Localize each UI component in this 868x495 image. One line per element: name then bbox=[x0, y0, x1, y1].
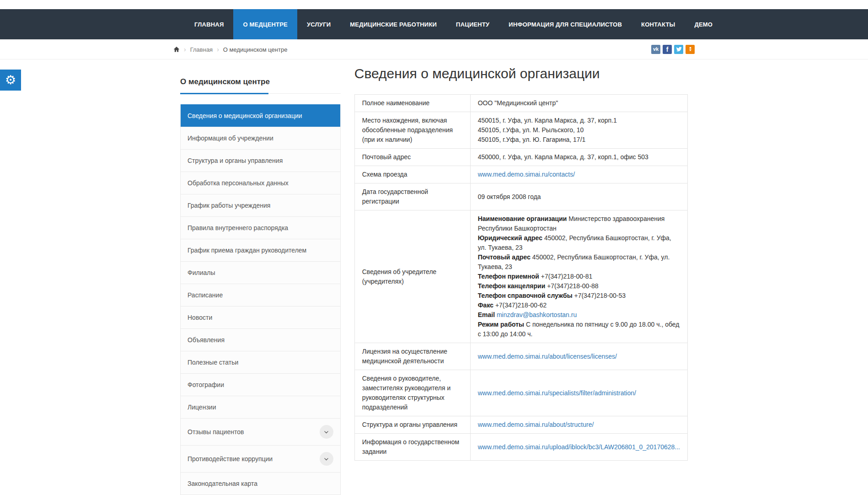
sidebar-item-label: Новости bbox=[188, 314, 212, 321]
sidebar-item-label: Лицензии bbox=[188, 404, 216, 411]
nav-item[interactable]: О МЕДЦЕНТРЕ bbox=[233, 9, 297, 39]
settings-button[interactable]: ⚙ bbox=[0, 70, 21, 91]
nav-item[interactable]: ДЕМО bbox=[685, 9, 722, 39]
breadcrumb-link[interactable]: Главная bbox=[190, 46, 213, 53]
vk-social-button[interactable]: vk bbox=[651, 45, 660, 54]
home-icon[interactable] bbox=[173, 46, 180, 53]
breadcrumb-current: О медицинском центре bbox=[223, 46, 288, 53]
value-line: 450015, г. Уфа, ул. Карла Маркса, д. 37,… bbox=[478, 116, 680, 125]
row-label: Дата государственной регистрации bbox=[354, 183, 470, 210]
row-label: Почтовый адрес bbox=[354, 149, 470, 166]
sidebar-item[interactable]: Противодействие коррупции bbox=[181, 445, 340, 472]
value-line: 450105, г.Уфа, ул. Ю. Гагарина, 17/1 bbox=[478, 135, 680, 145]
sidebar-item-label: Отзывы пациентов bbox=[188, 428, 244, 436]
value-link[interactable]: www.med.demo.simai.ru/upload/iblock/bc3/… bbox=[478, 443, 680, 451]
nav-item[interactable]: КОНТАКТЫ bbox=[632, 9, 685, 39]
labeled-value: Email minzdrav@bashkortostan.ru bbox=[478, 310, 680, 320]
sidebar-item[interactable]: График работы учреждения bbox=[181, 194, 340, 216]
email-link[interactable]: minzdrav@bashkortostan.ru bbox=[497, 311, 577, 318]
labeled-value: Телефон справочной службы +7(347)218-00-… bbox=[478, 291, 680, 301]
sidebar: О медицинском центре Сведения о медицинс… bbox=[173, 59, 348, 495]
breadcrumb-bar: ›Главная›О медицинском центре vkf bbox=[0, 39, 868, 59]
sidebar-item[interactable]: Правила внутреннего распорядка bbox=[181, 216, 340, 239]
row-value: ООО "Медицинский центр" bbox=[470, 95, 687, 112]
value-line: ООО "Медицинский центр" bbox=[478, 98, 680, 108]
sidebar-item[interactable]: Фотографии bbox=[181, 373, 340, 396]
sidebar-item-label: Филиалы bbox=[188, 269, 215, 276]
sidebar-item[interactable]: Сведения о медицинской организации bbox=[181, 104, 340, 127]
sidebar-item[interactable]: Структура и органы управления bbox=[181, 149, 340, 172]
labeled-value: Телефон приемной +7(347)218-00-81 bbox=[478, 272, 680, 281]
sidebar-item-label: График приема граждан руководителем bbox=[188, 247, 306, 254]
chevron-down-icon bbox=[323, 456, 329, 462]
labeled-value: Почтовый адрес 450002, Республика Башкор… bbox=[478, 253, 680, 272]
table-row: Сведения об учредителе (учредителях)Наим… bbox=[354, 210, 687, 343]
table-row: Информация о государственном заданииwww.… bbox=[354, 434, 687, 461]
nav-item[interactable]: УСЛУГИ bbox=[297, 9, 340, 39]
nav-item[interactable]: ГЛАВНАЯ bbox=[185, 9, 233, 39]
table-row: Лицензия на осуществление медицинской де… bbox=[354, 343, 687, 370]
organization-info-table: Полное наименованиеООО "Медицинский цент… bbox=[354, 94, 688, 461]
value-line: 450105, г.Уфа, ул. М. Рыльского, 10 bbox=[478, 125, 680, 135]
sidebar-item[interactable]: Обработка персональных данных bbox=[181, 172, 340, 194]
breadcrumb-separator: › bbox=[217, 46, 219, 53]
sidebar-item[interactable]: Полезные статьи bbox=[181, 351, 340, 373]
odnoklassniki-icon bbox=[687, 46, 693, 52]
sidebar-title: О медицинском центре bbox=[180, 77, 341, 94]
sidebar-item[interactable]: Отзывы пациентов bbox=[181, 418, 340, 445]
value-link[interactable]: www.med.demo.simai.ru/about/structure/ bbox=[478, 421, 594, 428]
labeled-value: Факс +7(347)218-00-62 bbox=[478, 301, 680, 310]
expand-toggle[interactable] bbox=[320, 425, 333, 439]
sidebar-item-label: Структура и органы управления bbox=[188, 157, 283, 164]
row-value: www.med.demo.simai.ru/contacts/ bbox=[470, 166, 687, 183]
row-label: Информация о государственном задании bbox=[354, 434, 470, 461]
sidebar-item[interactable]: Новости bbox=[181, 306, 340, 328]
value-link[interactable]: www.med.demo.simai.ru/about/licenses/lic… bbox=[478, 353, 617, 360]
sidebar-item-label: Сведения о медицинской организации bbox=[188, 112, 302, 119]
table-row: Место нахождения, включая обособленные п… bbox=[354, 112, 687, 149]
facebook-social-button[interactable]: f bbox=[663, 45, 672, 54]
expand-toggle[interactable] bbox=[320, 452, 333, 466]
nav-item[interactable]: ИНФОРМАЦИЯ ДЛЯ СПЕЦИАЛИСТОВ bbox=[499, 9, 632, 39]
sidebar-item[interactable]: Законодательная карта bbox=[181, 472, 340, 495]
value-line: 09 октября 2008 года bbox=[478, 192, 680, 202]
table-row: Структура и органы управленияwww.med.dem… bbox=[354, 416, 687, 434]
sidebar-item-label: Противодействие коррупции bbox=[188, 455, 273, 463]
value-line: 450000, г. Уфа, ул. Карла Маркса, д. 37,… bbox=[478, 152, 680, 162]
twitter-icon bbox=[676, 46, 682, 52]
page-title: Сведения о медицинской организации bbox=[354, 66, 688, 81]
row-label: Лицензия на осуществление медицинской де… bbox=[354, 343, 470, 370]
row-label: Сведения о руководителе, заместителях ру… bbox=[354, 370, 470, 416]
odnoklassniki-social-button[interactable] bbox=[686, 45, 695, 54]
sidebar-item[interactable]: Информация об учреждении bbox=[181, 127, 340, 149]
nav-item[interactable]: МЕДИЦИНСКИЕ РАБОТНИКИ bbox=[340, 9, 446, 39]
breadcrumb: ›Главная›О медицинском центре bbox=[173, 46, 287, 53]
row-value: 450000, г. Уфа, ул. Карла Маркса, д. 37,… bbox=[470, 149, 687, 166]
sidebar-item-label: Правила внутреннего распорядка bbox=[188, 224, 288, 231]
social-links: vkf bbox=[651, 45, 695, 54]
twitter-social-button[interactable] bbox=[674, 45, 683, 54]
sidebar-item[interactable]: График приема граждан руководителем bbox=[181, 239, 340, 261]
value-link[interactable]: www.med.demo.simai.ru/specialists/filter… bbox=[478, 389, 636, 397]
row-value: www.med.demo.simai.ru/about/licenses/lic… bbox=[470, 343, 687, 370]
row-value: 09 октября 2008 года bbox=[470, 183, 687, 210]
facebook-icon: f bbox=[666, 46, 669, 53]
table-row: Полное наименованиеООО "Медицинский цент… bbox=[354, 95, 687, 112]
row-label: Схема проезда bbox=[354, 166, 470, 183]
value-link[interactable]: www.med.demo.simai.ru/contacts/ bbox=[478, 171, 575, 178]
sidebar-item-label: Обработка персональных данных bbox=[188, 179, 289, 187]
main-content: Сведения о медицинской организации Полно… bbox=[348, 59, 695, 461]
sidebar-item[interactable]: Объявления bbox=[181, 328, 340, 351]
vk-icon: vk bbox=[653, 47, 659, 52]
sidebar-item[interactable]: Расписание bbox=[181, 284, 340, 306]
nav-list: ГЛАВНАЯО МЕДЦЕНТРЕУСЛУГИМЕДИЦИНСКИЕ РАБО… bbox=[185, 9, 695, 39]
row-label: Место нахождения, включая обособленные п… bbox=[354, 112, 470, 149]
sidebar-item[interactable]: Лицензии bbox=[181, 396, 340, 418]
row-label: Сведения об учредителе (учредителях) bbox=[354, 210, 470, 343]
row-value: www.med.demo.simai.ru/specialists/filter… bbox=[470, 370, 687, 416]
main-navbar: ГЛАВНАЯО МЕДЦЕНТРЕУСЛУГИМЕДИЦИНСКИЕ РАБО… bbox=[0, 9, 868, 39]
nav-item[interactable]: ПАЦИЕНТУ bbox=[446, 9, 499, 39]
table-row: Почтовый адрес450000, г. Уфа, ул. Карла … bbox=[354, 149, 687, 166]
sidebar-item-label: Объявления bbox=[188, 336, 225, 344]
sidebar-item[interactable]: Филиалы bbox=[181, 261, 340, 284]
